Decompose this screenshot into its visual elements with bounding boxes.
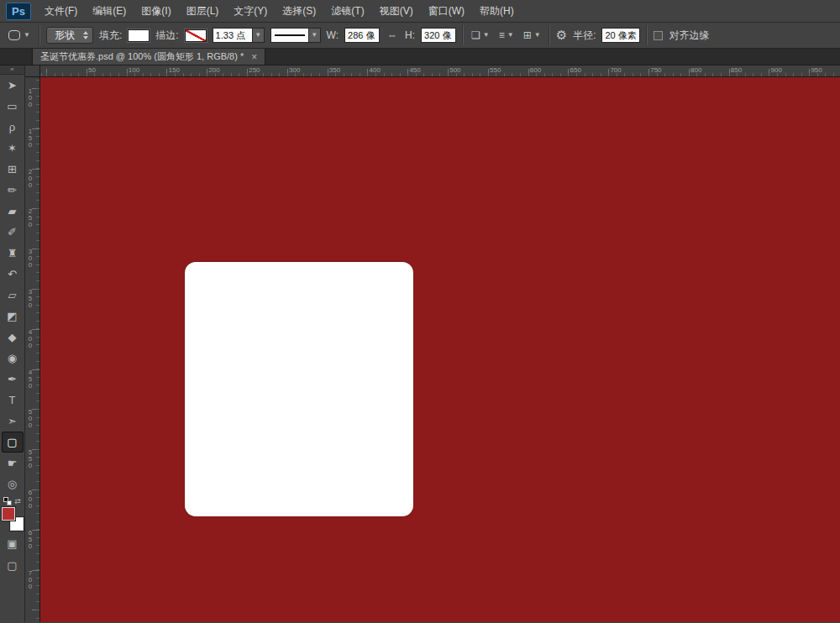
h-ruler-label: 600 (530, 66, 541, 74)
menu-item-edit[interactable]: 编辑(E) (85, 0, 134, 22)
v-ruler-label: 6 5 0 (27, 530, 34, 550)
combine-shapes-button[interactable]: ❏ ▼ (470, 29, 491, 42)
marquee-tool[interactable]: ▭ (2, 96, 24, 117)
document-tab-title: 圣诞节优惠券.psd @ 100% (圆角矩形 1, RGB/8) * (40, 50, 244, 63)
screen-mode-button[interactable]: ▢ (3, 556, 23, 574)
chevron-down-icon: ▼ (311, 32, 318, 39)
lasso-tool[interactable]: ρ (2, 117, 24, 138)
height-input[interactable] (421, 28, 456, 43)
stroke-width-input[interactable] (213, 28, 253, 43)
menu-item-type[interactable]: 文字(Y) (226, 0, 275, 22)
menu-item-view[interactable]: 视图(V) (372, 0, 421, 22)
menu-item-help[interactable]: 帮助(H) (472, 0, 522, 22)
stroke-type-select[interactable] (270, 28, 309, 43)
color-swatches (2, 507, 24, 531)
tool-list: ➤▭ρ✶⊞✏▰✐♜↶▱◩◆◉✒T➣▢☛◎ (2, 75, 24, 495)
tool-mode-select[interactable]: 形状 (46, 27, 93, 44)
stroke-width-dropdown-button[interactable]: ▼ (253, 28, 265, 43)
chevron-down-icon: ▼ (255, 32, 261, 39)
horizontal-ruler[interactable]: 5010015020025030035040045050055060065070… (40, 65, 840, 77)
v-ruler-label: 2 0 0 (27, 169, 34, 189)
h-ruler-label: 900 (771, 66, 782, 74)
quick-mask-button[interactable]: ▣ (3, 534, 23, 552)
solid-line-icon (275, 34, 305, 36)
stroke-type-combo: ▼ (270, 28, 321, 43)
stroke-swatch-button[interactable] (185, 29, 207, 42)
radius-label: 半径: (573, 29, 596, 43)
divider (646, 25, 648, 45)
options-bar: ▼ 形状 填充: 描边: ▼ ▼ W: ⇔ H: ❏ ▼ ≡ ▼ ⊞ ▼ (0, 23, 840, 49)
rounded-rectangle-preset-icon (8, 30, 20, 40)
divider (39, 25, 40, 45)
type-tool[interactable]: T (2, 390, 24, 411)
h-ruler-label: 350 (329, 66, 340, 74)
gradient-tool[interactable]: ◩ (2, 306, 24, 327)
menu-item-select[interactable]: 选择(S) (275, 0, 323, 22)
hand-tool[interactable]: ☛ (2, 453, 24, 474)
dodge-tool[interactable]: ◉ (2, 348, 24, 369)
photoshop-logo: Ps (6, 3, 31, 20)
v-ruler-label: 3 0 0 (27, 249, 34, 269)
path-arrange-button[interactable]: ⊞ ▼ (522, 29, 543, 42)
healing-brush-tool[interactable]: ▰ (2, 201, 24, 222)
path-selection-tool[interactable]: ➣ (2, 411, 24, 432)
spinner-arrows-icon (83, 31, 88, 39)
h-ruler-label: 950 (811, 66, 822, 74)
workspace: 5010015020025030035040045050055060065070… (25, 65, 840, 622)
v-ruler-label: 5 0 0 (27, 409, 34, 429)
history-brush-tool[interactable]: ↶ (2, 264, 24, 285)
v-ruler-label: 2 5 0 (27, 208, 34, 228)
default-colors-icon[interactable] (3, 497, 12, 505)
menu-item-layer[interactable]: 图层(L) (179, 0, 227, 22)
brush-tool[interactable]: ✐ (2, 222, 24, 243)
blur-tool[interactable]: ◆ (2, 327, 24, 348)
radius-input[interactable] (601, 28, 640, 43)
fill-swatch-button[interactable] (128, 29, 150, 42)
ruler-corner (25, 65, 40, 77)
v-ruler-label: 3 5 0 (27, 289, 34, 309)
menu-item-image[interactable]: 图像(I) (134, 0, 178, 22)
fill-label: 填充: (99, 29, 122, 43)
zoom-tool[interactable]: ◎ (2, 474, 24, 495)
document-tab[interactable]: 圣诞节优惠券.psd @ 100% (圆角矩形 1, RGB/8) * × (32, 49, 265, 65)
path-align-button[interactable]: ≡ ▼ (497, 29, 516, 42)
tool-preset-button[interactable]: ▼ (6, 29, 33, 42)
canvas[interactable] (40, 77, 840, 622)
quick-selection-tool[interactable]: ✶ (2, 138, 24, 159)
align-edges-checkbox[interactable] (654, 31, 663, 40)
v-ruler-label: 1 5 0 (27, 128, 34, 149)
menu-item-filter[interactable]: 滤镜(T) (323, 0, 371, 22)
combine-shapes-icon: ❏ (471, 29, 480, 41)
h-ruler-label: 800 (690, 66, 701, 74)
foreground-color-swatch[interactable] (2, 507, 15, 521)
height-label: H: (405, 29, 415, 41)
close-icon[interactable]: × (251, 52, 257, 62)
rounded-rectangle-tool[interactable]: ▢ (2, 432, 24, 453)
link-dimensions-button[interactable]: ⇔ (386, 29, 399, 42)
width-input[interactable] (344, 28, 380, 43)
swap-colors-icon[interactable]: ⇄ (14, 497, 21, 505)
menu-item-file[interactable]: 文件(F) (37, 0, 85, 22)
crop-tool[interactable]: ⊞ (2, 159, 24, 180)
gear-icon[interactable]: ⚙ (556, 28, 567, 43)
chevron-down-icon: ▼ (534, 32, 541, 39)
eraser-tool[interactable]: ▱ (2, 285, 24, 306)
menu-item-window[interactable]: 窗口(W) (421, 0, 472, 22)
eyedropper-tool[interactable]: ✏ (2, 180, 24, 201)
h-ruler-label: 700 (610, 66, 621, 74)
vertical-ruler[interactable]: 1 0 01 5 02 0 02 5 03 0 03 5 04 0 04 5 0… (25, 77, 40, 622)
stroke-type-dropdown-button[interactable]: ▼ (309, 28, 321, 43)
h-ruler-label: 500 (449, 66, 460, 74)
align-edges-label: 对齐边缘 (669, 29, 709, 43)
width-label: W: (327, 29, 339, 41)
clone-stamp-tool[interactable]: ♜ (2, 243, 24, 264)
rounded-rectangle-shape[interactable] (185, 262, 413, 516)
h-ruler-label: 50 (88, 66, 96, 74)
chevron-down-icon: ▼ (507, 32, 514, 39)
chevron-down-icon: ▼ (483, 32, 490, 39)
collapse-toolbar-button[interactable]: « (0, 65, 24, 75)
main-area: « ➤▭ρ✶⊞✏▰✐♜↶▱◩◆◉✒T➣▢☛◎ ⇄ ▣ ▢ 50100150200… (0, 65, 840, 622)
move-tool[interactable]: ➤ (2, 75, 24, 96)
pen-tool[interactable]: ✒ (2, 369, 24, 390)
h-ruler-label: 200 (208, 66, 219, 74)
